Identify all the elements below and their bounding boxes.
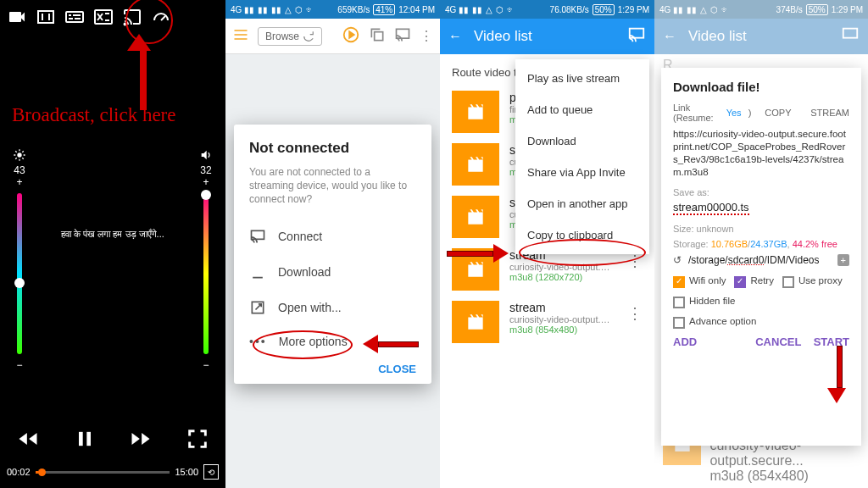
aspect-icon[interactable] xyxy=(36,7,56,30)
copy-icon[interactable] xyxy=(369,26,386,47)
speedometer-icon[interactable] xyxy=(151,7,171,30)
wifi-checkbox[interactable]: Wifi only xyxy=(673,274,726,286)
connect-option[interactable]: Connect xyxy=(249,219,416,254)
proxy-checkbox[interactable]: Use proxy xyxy=(782,274,843,286)
status-bar: 4G ▮▮▮▮▮▮△⬡ᯤ 659KB/s41%12:04 PM xyxy=(225,0,440,19)
stream-button[interactable]: STREAM xyxy=(810,108,849,118)
save-as-field[interactable]: stream00000.ts xyxy=(673,201,749,215)
menu-add-queue[interactable]: Add to queue xyxy=(515,94,649,125)
cancel-button[interactable]: CANCEL xyxy=(755,336,801,348)
svg-rect-13 xyxy=(843,29,858,38)
volume-slider[interactable]: 32 + − xyxy=(193,148,219,371)
open-with-option[interactable]: Open with... xyxy=(249,290,416,325)
retry-checkbox[interactable]: Retry xyxy=(734,274,773,286)
broadcast-hint: Broadcast, click here xyxy=(12,104,176,126)
svg-point-3 xyxy=(125,24,126,25)
brightness-value: 43 xyxy=(7,164,32,176)
item-format: m3u8 (854x480) xyxy=(509,324,614,335)
download-icon xyxy=(249,263,266,280)
app-bar: Browse ⋮ xyxy=(225,19,440,54)
status-bar: 4G ▮▮▮▮△⬡ᯤ 76.08KB/s50%1:29 PM xyxy=(440,0,654,19)
fullscreen-button[interactable] xyxy=(186,427,209,454)
dialog-body: You are not connected to a streaming dev… xyxy=(249,165,416,207)
video-thumb-icon xyxy=(452,91,499,133)
annotation-arrow-down xyxy=(833,346,846,403)
path-field[interactable]: /storage/sdcard0/IDM/Videos xyxy=(688,254,820,266)
back-icon[interactable]: ← xyxy=(663,29,676,44)
item-more-icon[interactable]: ⋮ xyxy=(624,301,646,326)
copy-button[interactable]: COPY xyxy=(765,108,791,118)
subtitle-icon[interactable] xyxy=(64,7,85,30)
pause-button[interactable] xyxy=(73,427,97,454)
seek-bar[interactable] xyxy=(36,471,170,474)
storage-info: Storage: 10.76GB/24.37GB, 44.2% free xyxy=(673,239,849,249)
rewind-button[interactable] xyxy=(16,427,40,454)
page-title: Video list xyxy=(474,28,615,45)
dots-icon: ••• xyxy=(249,335,267,348)
brightness-slider[interactable]: 43 + − xyxy=(7,148,32,371)
hidden-checkbox[interactable]: Hidden file xyxy=(673,295,735,307)
history-icon[interactable]: ↺ xyxy=(673,254,682,266)
close-button[interactable]: CLOSE xyxy=(249,358,416,375)
video-thumb-icon xyxy=(452,196,499,238)
brightness-icon xyxy=(13,148,26,162)
video-thumb-icon xyxy=(452,301,499,343)
svg-rect-2 xyxy=(95,10,112,24)
svg-rect-0 xyxy=(38,11,53,23)
subtitle-text: हवा के पंख लगा हम उड़ जाएँगे... xyxy=(42,229,183,240)
url-text: https://curiosity-video-output.secure.fo… xyxy=(673,128,849,179)
item-sub: curiosity-video-output.secure... xyxy=(509,314,614,324)
more-icon[interactable]: ⋮ xyxy=(420,28,433,44)
item-sub: curiosity-video-output.secure... xyxy=(509,262,614,272)
svg-point-4 xyxy=(17,152,21,157)
item-format: m3u8 (1280x720) xyxy=(509,272,614,282)
menu-open-another[interactable]: Open in another app xyxy=(515,188,649,219)
time-total: 15:00 xyxy=(175,467,198,477)
svg-rect-5 xyxy=(79,432,83,446)
cast-icon xyxy=(249,228,266,245)
page-title: Video list xyxy=(688,28,829,45)
annotation-arrow-up xyxy=(136,34,151,110)
forward-button[interactable] xyxy=(129,427,153,454)
loop-button[interactable]: ⟲ xyxy=(203,464,219,480)
advance-checkbox[interactable]: Advance option xyxy=(673,315,756,327)
status-bar: 4G ▮▮▮▮△⬡ᯤ 374B/s50%1:29 PM xyxy=(654,0,868,19)
back-icon[interactable]: ← xyxy=(448,29,462,44)
svg-rect-8 xyxy=(375,31,383,40)
add-folder-icon[interactable]: + xyxy=(837,254,849,266)
size-label: Size: unknown xyxy=(673,224,849,234)
menu-download[interactable]: Download xyxy=(515,125,649,157)
menu-play-live[interactable]: Play as live stream xyxy=(515,63,649,94)
camera-icon[interactable] xyxy=(7,7,27,30)
volume-icon xyxy=(199,148,213,162)
menu-icon[interactable] xyxy=(232,26,249,47)
open-icon xyxy=(249,299,266,316)
list-item[interactable]: streamcuriosity-video-output.secure...m3… xyxy=(440,296,654,348)
menu-share[interactable]: Share via App Invite xyxy=(515,157,649,188)
svg-rect-9 xyxy=(397,29,409,38)
annotation-arrow-left xyxy=(363,335,419,353)
time-current: 00:02 xyxy=(7,467,31,477)
app-bar: ← Video list xyxy=(440,19,654,54)
dialog-title: Not connected xyxy=(249,140,416,157)
item-title: stream xyxy=(509,301,614,314)
volume-value: 32 xyxy=(193,164,219,176)
play-circle-icon[interactable] xyxy=(342,25,360,47)
browse-button[interactable]: Browse xyxy=(258,27,322,46)
cast-icon[interactable] xyxy=(122,7,142,30)
cast-icon[interactable] xyxy=(841,25,860,47)
shuffle-icon[interactable] xyxy=(93,7,114,30)
app-bar: ← Video list xyxy=(654,19,868,54)
svg-rect-6 xyxy=(86,432,91,446)
context-menu: Play as live stream Add to queue Downloa… xyxy=(515,59,649,254)
dialog-title: Download file! xyxy=(673,80,849,94)
video-thumb-icon xyxy=(452,143,499,186)
download-option[interactable]: Download xyxy=(249,254,416,290)
svg-rect-1 xyxy=(66,12,83,22)
menu-copy-clip[interactable]: Copy to clipboard xyxy=(515,219,649,251)
add-button[interactable]: ADD xyxy=(673,336,697,348)
annotation-arrow-right xyxy=(447,244,509,263)
cast-icon[interactable] xyxy=(394,26,411,47)
cast-icon[interactable] xyxy=(627,25,646,47)
